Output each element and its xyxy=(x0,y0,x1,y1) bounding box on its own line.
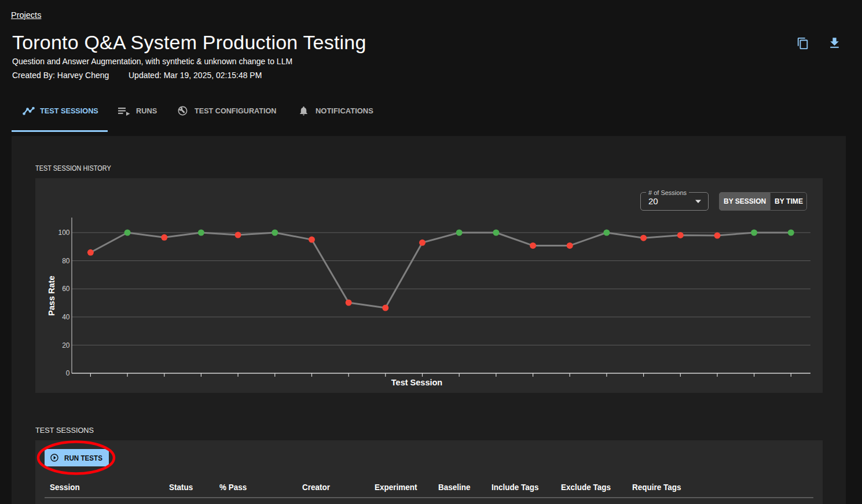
svg-text:0: 0 xyxy=(66,369,70,377)
svg-text:20: 20 xyxy=(62,341,70,350)
svg-text:Test Session: Test Session xyxy=(391,378,442,387)
svg-text:100: 100 xyxy=(58,229,69,237)
svg-text:80: 80 xyxy=(62,257,70,265)
svg-text:60: 60 xyxy=(62,285,70,293)
svg-text:40: 40 xyxy=(62,313,70,321)
svg-text:Pass Rate: Pass Rate xyxy=(47,275,56,315)
